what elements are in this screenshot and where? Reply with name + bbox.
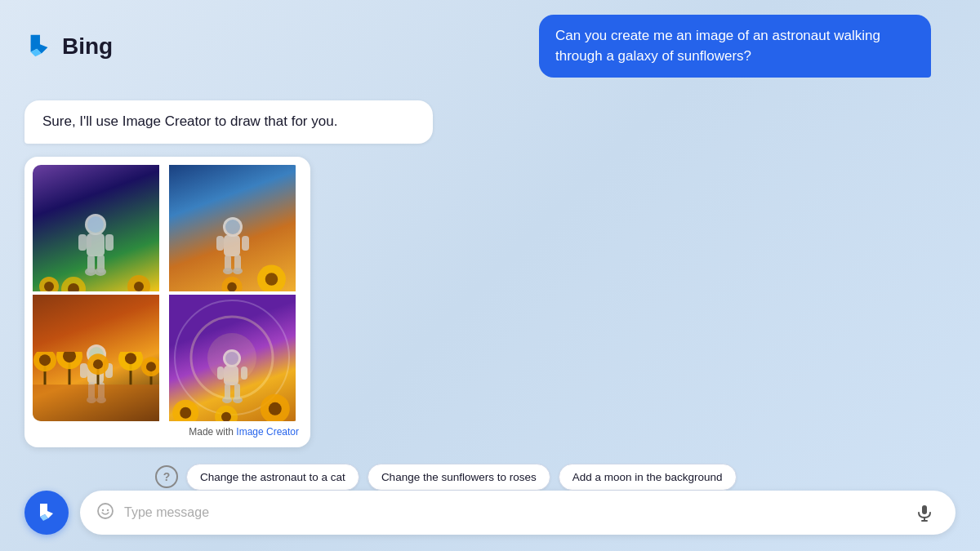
microphone-button[interactable]: [910, 498, 939, 527]
suggestion-chip-3[interactable]: Add a moon in the background: [559, 464, 737, 491]
bing-logo: Bing: [24, 32, 113, 61]
bot-message: Sure, I'll use Image Creator to draw tha…: [24, 100, 433, 144]
svg-point-67: [180, 407, 191, 419]
input-bar: Type message: [80, 491, 956, 535]
input-bar-wrapper: Type message: [24, 491, 956, 535]
svg-point-72: [98, 504, 113, 518]
svg-point-53: [146, 362, 156, 371]
svg-point-69: [269, 402, 282, 415]
image-creator-link[interactable]: Image Creator: [236, 426, 299, 438]
svg-point-47: [93, 359, 103, 369]
image-credit: Made with Image Creator: [33, 421, 302, 439]
svg-rect-75: [922, 505, 927, 514]
svg-point-1: [87, 216, 104, 233]
bing-logo-text: Bing: [62, 33, 113, 60]
suggestion-chip-1[interactable]: Change the astronaut to a cat: [186, 464, 359, 491]
svg-point-73: [102, 509, 104, 510]
bing-chat-button[interactable]: [24, 491, 69, 535]
input-placeholder[interactable]: Type message: [124, 505, 900, 520]
image-grid: [33, 165, 302, 421]
svg-point-11: [44, 282, 54, 291]
generated-image-2[interactable]: [169, 165, 296, 291]
generated-image-1[interactable]: [33, 165, 159, 291]
header: Bing Can you create me an image of an as…: [0, 0, 980, 92]
suggestion-chip-2[interactable]: Change the sunflowers to roses: [368, 464, 550, 491]
svg-point-41: [39, 354, 51, 366]
image-grid-card: Made with Image Creator: [24, 157, 310, 447]
svg-point-15: [134, 282, 144, 291]
svg-rect-38: [33, 384, 159, 421]
svg-point-50: [125, 353, 136, 364]
user-message: Can you create me an image of an astrona…: [539, 15, 931, 78]
generated-image-4[interactable]: [169, 295, 296, 421]
chat-icon: [96, 502, 114, 524]
svg-point-26: [265, 273, 278, 287]
generated-image-3[interactable]: [33, 295, 159, 421]
help-icon[interactable]: ?: [155, 465, 178, 488]
suggestions-row: ? Change the astronaut to a cat Change t…: [24, 464, 956, 491]
chat-area: Sure, I'll use Image Creator to draw tha…: [0, 92, 980, 499]
svg-point-74: [107, 509, 109, 510]
bing-logo-icon: [24, 32, 54, 61]
